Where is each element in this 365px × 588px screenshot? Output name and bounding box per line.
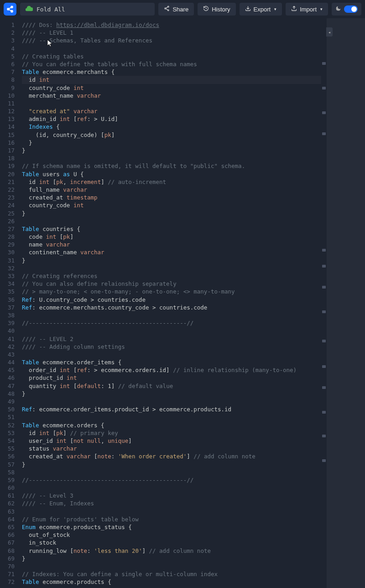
code-line[interactable] xyxy=(22,351,321,358)
code-line[interactable]: // Enum for 'products' table below xyxy=(22,515,321,523)
code-line[interactable]: "created at" varchar xyxy=(22,107,321,115)
code-line[interactable] xyxy=(22,45,321,52)
code-line[interactable]: //// -- Enum, Indexes xyxy=(22,499,321,507)
line-number: 27 xyxy=(0,225,22,233)
code-line[interactable] xyxy=(22,508,321,515)
code-line[interactable]: Table ecommerce.merchants { xyxy=(22,68,321,76)
code-line[interactable] xyxy=(22,311,321,319)
code-line[interactable]: Ref: U.country_code > countries.code xyxy=(22,296,321,304)
code-line[interactable]: //// -- Adding column settings xyxy=(22,343,321,351)
line-number: 5 xyxy=(0,52,22,60)
code-line[interactable] xyxy=(22,413,321,421)
code-line[interactable]: Table ecommerce.products { xyxy=(22,578,321,586)
code-line[interactable]: // Creating tables xyxy=(22,52,321,60)
code-editor[interactable]: 1234567891011121314151617181920212223242… xyxy=(0,18,327,588)
code-line[interactable] xyxy=(22,217,321,225)
code-line[interactable] xyxy=(22,154,321,162)
code-line[interactable]: Table users as U { xyxy=(22,170,321,178)
share-button[interactable]: Share xyxy=(158,3,194,16)
code-line[interactable]: // Creating references xyxy=(22,272,321,280)
code-line[interactable]: (id, country_code) [pk] xyxy=(22,131,321,139)
code-line[interactable]: //--------------------------------------… xyxy=(22,476,321,484)
panel-collapse-button[interactable]: ◂ xyxy=(326,27,333,37)
code-line[interactable]: } xyxy=(22,210,321,217)
code-line[interactable]: merchant_name varchar xyxy=(22,92,321,100)
line-number: 53 xyxy=(0,429,22,437)
export-button[interactable]: Export ▾ xyxy=(240,3,282,16)
code-line[interactable] xyxy=(22,484,321,492)
svg-point-0 xyxy=(11,6,13,8)
code-line[interactable]: } xyxy=(22,461,321,468)
code-content[interactable]: //// Dos: https://dbml.dbdiagram.io/docs… xyxy=(22,18,321,588)
diagram-panel[interactable]: ◂ xyxy=(327,18,365,588)
code-line[interactable]: // If schema name is omitted, it will de… xyxy=(22,162,321,170)
import-button[interactable]: Import ▾ xyxy=(286,3,328,16)
code-line[interactable]: continent_name varchar xyxy=(22,248,321,256)
line-number: 10 xyxy=(0,92,22,100)
minimap-mark xyxy=(322,435,326,437)
code-line[interactable]: user_id int [not null, unique] xyxy=(22,437,321,445)
code-line[interactable]: quantity int [default: 1] // default val… xyxy=(22,382,321,390)
code-line[interactable]: } xyxy=(22,390,321,398)
code-line[interactable]: Ref: ecommerce.order_items.product_id > … xyxy=(22,405,321,413)
code-line[interactable]: // Indexes: You can define a single or m… xyxy=(22,570,321,578)
code-line[interactable] xyxy=(22,562,321,570)
history-button[interactable]: History xyxy=(198,3,235,16)
code-line[interactable]: Indexes { xyxy=(22,123,321,131)
code-line[interactable]: Table ecommerce.orders { xyxy=(22,421,321,429)
code-line[interactable]: country_code int xyxy=(22,201,321,209)
code-line[interactable]: created_at varchar [note: 'When order cr… xyxy=(22,452,321,460)
code-line[interactable] xyxy=(22,398,321,405)
code-line[interactable] xyxy=(22,327,321,335)
line-number: 57 xyxy=(0,461,22,468)
code-line[interactable]: in_stock xyxy=(22,539,321,546)
code-line[interactable]: code int [pk] xyxy=(22,233,321,241)
minimap[interactable] xyxy=(321,18,327,588)
code-line[interactable]: //// Dos: https://dbml.dbdiagram.io/docs xyxy=(22,21,321,29)
code-line[interactable]: //// -- Schemas, Tables and References xyxy=(22,37,321,44)
code-line[interactable]: //// -- LEVEL 1 xyxy=(22,29,321,37)
code-line[interactable]: created_at timestamp xyxy=(22,194,321,201)
code-line[interactable] xyxy=(22,100,321,107)
code-line[interactable] xyxy=(22,468,321,476)
code-line[interactable]: // You can also define relaionship separ… xyxy=(22,280,321,288)
code-line[interactable]: full_name varchar xyxy=(22,186,321,194)
code-line[interactable]: Enum ecommerce.products_status { xyxy=(22,523,321,531)
code-line[interactable]: // > many-to-one; < one-to-many; - one-t… xyxy=(22,288,321,295)
code-line[interactable]: id int [pk, increment] // auto-increment xyxy=(22,178,321,186)
code-line[interactable]: //// -- Level 3 xyxy=(22,492,321,499)
code-line[interactable]: Table ecommerce.order_items { xyxy=(22,358,321,366)
line-number: 55 xyxy=(0,445,22,452)
code-line[interactable]: id int xyxy=(22,76,321,84)
save-button[interactable]: Fold All xyxy=(20,3,155,16)
line-number: 46 xyxy=(0,374,22,382)
code-line[interactable] xyxy=(22,264,321,272)
code-line[interactable]: } xyxy=(22,555,321,562)
code-line[interactable]: order_id int [ref: > ecommerce.orders.id… xyxy=(22,366,321,374)
code-line[interactable]: } xyxy=(22,147,321,154)
code-line[interactable]: id int [pk] // primary key xyxy=(22,429,321,437)
code-line[interactable]: Table countries { xyxy=(22,225,321,233)
code-line[interactable]: } xyxy=(22,139,321,147)
code-line[interactable]: } xyxy=(22,257,321,264)
code-line[interactable]: //// -- LEVEL 2 xyxy=(22,335,321,343)
code-line[interactable]: country_code int xyxy=(22,84,321,92)
dark-mode-switch[interactable] xyxy=(344,5,358,13)
line-number: 6 xyxy=(0,60,22,68)
code-line[interactable]: name varchar xyxy=(22,241,321,248)
line-number: 19 xyxy=(0,162,22,170)
minimap-mark xyxy=(322,340,326,342)
minimap-mark xyxy=(322,365,326,368)
code-line[interactable]: //--------------------------------------… xyxy=(22,319,321,327)
line-number: 65 xyxy=(0,523,22,531)
code-line[interactable]: admin_id int [ref: > U.id] xyxy=(22,115,321,123)
code-line[interactable]: status varchar xyxy=(22,445,321,452)
code-line[interactable]: Ref: ecommerce.merchants.country_code > … xyxy=(22,304,321,311)
app-logo[interactable] xyxy=(4,3,16,16)
code-line[interactable]: running_low [note: 'less than 20'] // ad… xyxy=(22,547,321,555)
line-number: 39 xyxy=(0,319,22,327)
line-number: 9 xyxy=(0,84,22,92)
code-line[interactable]: product_id int xyxy=(22,374,321,382)
code-line[interactable]: // You can define the tables with full s… xyxy=(22,60,321,68)
code-line[interactable]: out_of_stock xyxy=(22,531,321,539)
